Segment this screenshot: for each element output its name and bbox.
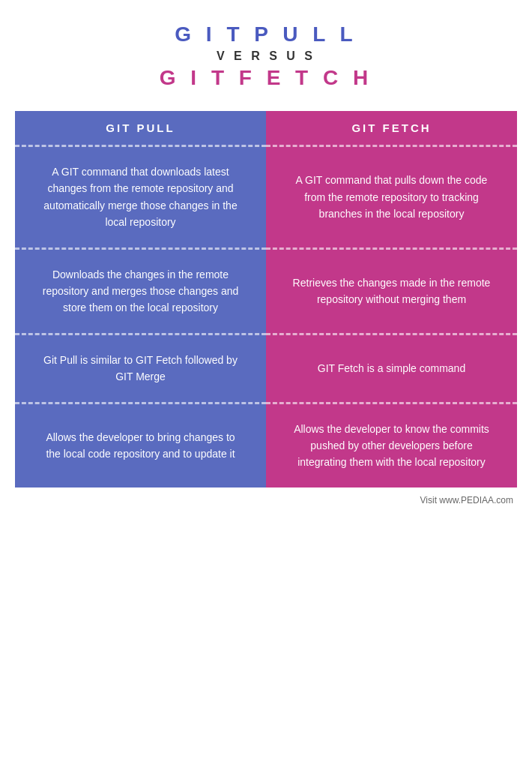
- header-git-pull: GIT PULL: [15, 111, 266, 146]
- title-git-pull: G I T P U L L: [160, 22, 372, 46]
- table-row: Downloads the changes in the remote repo…: [15, 248, 517, 334]
- table-row: Git Pull is similar to GIT Fetch followe…: [15, 334, 517, 403]
- title-section: G I T P U L L V E R S U S G I T F E T C …: [160, 22, 372, 90]
- row-3-fetch-cell: Allows the developer to know the commits…: [266, 403, 517, 488]
- comparison-table: GIT PULL GIT FETCH A GIT command that do…: [15, 111, 517, 488]
- row-1-pull-cell: Downloads the changes in the remote repo…: [15, 248, 266, 334]
- table-row: Allows the developer to bring changes to…: [15, 403, 517, 488]
- row-3-pull-cell: Allows the developer to bring changes to…: [15, 403, 266, 488]
- row-0-fetch-cell: A GIT command that pulls down the code f…: [266, 146, 517, 249]
- title-versus: V E R S U S: [160, 50, 372, 63]
- title-git-fetch: G I T F E T C H: [160, 66, 372, 90]
- table-row: A GIT command that downloads latest chan…: [15, 146, 517, 249]
- row-1-fetch-cell: Retrieves the changes made in the remote…: [266, 248, 517, 334]
- row-2-pull-cell: Git Pull is similar to GIT Fetch followe…: [15, 334, 266, 403]
- row-0-pull-cell: A GIT command that downloads latest chan…: [15, 146, 266, 249]
- header-git-fetch: GIT FETCH: [266, 111, 517, 146]
- footer-note: Visit www.PEDIAA.com: [15, 495, 517, 506]
- row-2-fetch-cell: GIT Fetch is a simple command: [266, 334, 517, 403]
